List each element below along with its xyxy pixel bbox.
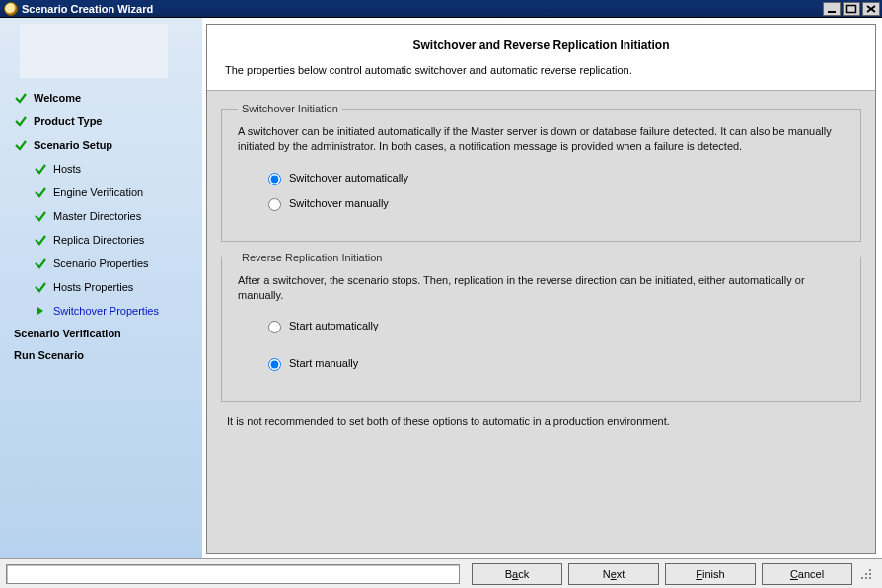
back-button[interactable]: Back	[472, 563, 562, 585]
nav-item-label: Welcome	[34, 92, 81, 104]
check-icon	[34, 209, 47, 223]
panel-body: Switchover Initiation A switchover can b…	[207, 90, 875, 553]
switchover-auto-radio[interactable]: Switchover automatically	[263, 170, 845, 185]
switchover-auto-input[interactable]	[268, 173, 281, 185]
nav-item-hosts[interactable]: Hosts	[0, 157, 202, 181]
nav-item-label: Master Directories	[53, 210, 141, 222]
reverse-auto-input[interactable]	[268, 321, 281, 333]
nav-item-scenario-setup[interactable]: Scenario Setup	[0, 133, 202, 157]
status-bar	[6, 564, 460, 584]
reverse-description: After a switchover, the scenario stops. …	[238, 273, 845, 303]
reverse-auto-label: Start automatically	[289, 320, 378, 331]
nav-item-label: Engine Verification	[53, 186, 143, 198]
switchover-legend: Switchover Initiation	[238, 103, 342, 114]
check-icon	[34, 233, 47, 247]
nav-item-switchover-properties[interactable]: Switchover Properties	[0, 299, 202, 323]
nav-item-replica-directories[interactable]: Replica Directories	[0, 228, 202, 252]
check-icon	[14, 114, 28, 128]
wizard-panel: Switchover and Reverse Replication Initi…	[206, 24, 876, 554]
nav-item-label: Scenario Setup	[34, 139, 112, 151]
arrow-right-icon	[34, 304, 47, 318]
switchover-description: A switchover can be initiated automatica…	[238, 124, 845, 154]
next-button[interactable]: Next	[568, 563, 659, 585]
nav-item-product-type[interactable]: Product Type	[0, 110, 202, 133]
sidebar-banner	[20, 24, 168, 78]
page-description: The properties below control automatic s…	[225, 64, 857, 76]
nav-item-label: Hosts	[53, 163, 81, 175]
reverse-auto-radio[interactable]: Start automatically	[263, 318, 845, 333]
reverse-manual-label: Start manually	[289, 357, 358, 369]
finish-button[interactable]: Finish	[665, 563, 756, 585]
reverse-legend: Reverse Replication Initiation	[238, 252, 386, 263]
nav-item-label: Scenario Verification	[14, 328, 121, 339]
switchover-auto-label: Switchover automatically	[289, 172, 408, 184]
maximize-button[interactable]	[843, 2, 860, 16]
wizard-sidebar: WelcomeProduct TypeScenario SetupHostsEn…	[0, 18, 202, 558]
nav-item-label: Product Type	[34, 115, 102, 127]
check-icon	[34, 280, 47, 294]
content-area: WelcomeProduct TypeScenario SetupHostsEn…	[0, 18, 882, 558]
nav-item-scenario-properties[interactable]: Scenario Properties	[0, 252, 202, 275]
app-icon	[4, 2, 18, 16]
check-icon	[14, 138, 28, 152]
svg-marker-4	[37, 307, 43, 315]
reverse-group: Reverse Replication Initiation After a s…	[221, 252, 861, 403]
nav-item-label: Replica Directories	[53, 234, 144, 246]
nav-item-welcome[interactable]: Welcome	[0, 86, 202, 110]
switchover-manual-label: Switchover manually	[289, 197, 389, 209]
wizard-footer: Back Next Finish Cancel	[0, 558, 882, 588]
nav-item-scenario-verification[interactable]: Scenario Verification	[0, 323, 202, 344]
check-icon	[34, 257, 47, 270]
title-bar: Scenario Creation Wizard	[0, 0, 882, 18]
nav-item-label: Scenario Properties	[53, 257, 149, 269]
nav-item-label: Switchover Properties	[53, 305, 159, 317]
close-button[interactable]	[862, 2, 880, 16]
nav-item-run-scenario[interactable]: Run Scenario	[0, 344, 202, 366]
switchover-group: Switchover Initiation A switchover can b…	[221, 103, 861, 242]
check-icon	[34, 185, 47, 199]
recommendation-note: It is not recommended to set both of the…	[221, 411, 861, 427]
nav-item-label: Run Scenario	[14, 349, 84, 361]
check-icon	[14, 91, 28, 105]
switchover-manual-radio[interactable]: Switchover manually	[263, 195, 845, 211]
switchover-manual-input[interactable]	[268, 198, 281, 211]
reverse-manual-radio[interactable]: Start manually	[263, 355, 845, 371]
window-title: Scenario Creation Wizard	[22, 3, 153, 15]
panel-header: Switchover and Reverse Replication Initi…	[207, 25, 875, 90]
page-title: Switchover and Reverse Replication Initi…	[225, 38, 857, 52]
minimize-button[interactable]	[823, 2, 841, 16]
nav-item-master-directories[interactable]: Master Directories	[0, 204, 202, 228]
nav-item-engine-verification[interactable]: Engine Verification	[0, 181, 202, 204]
resize-grip[interactable]	[858, 564, 876, 584]
nav-item-label: Hosts Properties	[53, 281, 133, 293]
reverse-manual-input[interactable]	[268, 358, 281, 371]
svg-rect-1	[847, 5, 856, 12]
check-icon	[34, 162, 47, 176]
nav-item-hosts-properties[interactable]: Hosts Properties	[0, 275, 202, 299]
cancel-button[interactable]: Cancel	[762, 563, 852, 585]
